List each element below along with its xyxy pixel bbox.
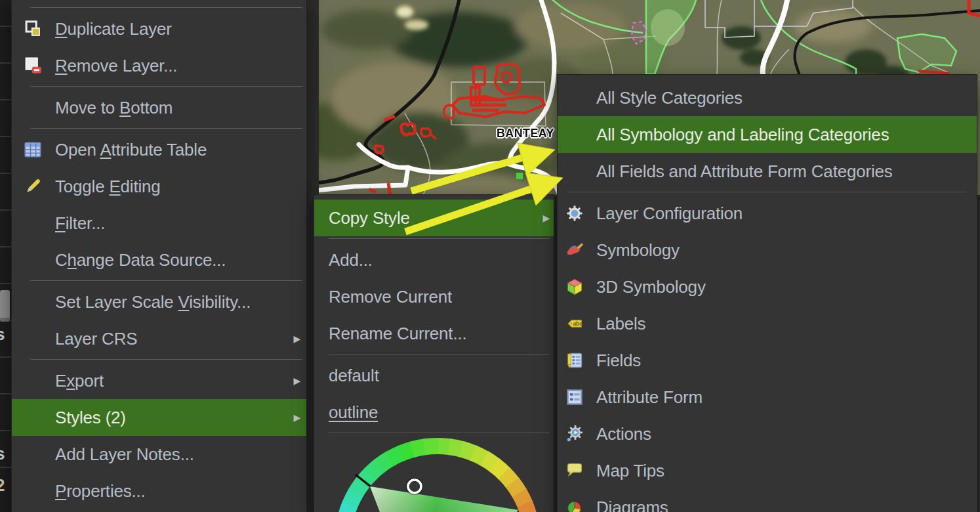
menu-item-label: outline [329, 402, 378, 423]
menu-separator [30, 359, 302, 360]
menu-item-label: Remove Layer... [55, 56, 177, 76]
no-icon [23, 408, 43, 427]
green-marker [516, 173, 523, 179]
style-categories-submenu: All Style CategoriesAll Symbology and La… [557, 74, 977, 512]
menu-item-label: Styles (2) [55, 408, 126, 428]
no-icon [565, 125, 584, 144]
menu-item-label: All Style Categories [596, 88, 743, 108]
no-icon [23, 250, 43, 270]
menu-item-copy-style[interactable]: Copy Style▶ [314, 200, 554, 236]
no-icon [565, 161, 584, 181]
menu-item-outline[interactable]: outline [314, 394, 554, 431]
menu-item-attribute-form[interactable]: Attribute Form [558, 379, 977, 416]
duplicate-layer-icon [23, 19, 43, 39]
menu-item-label: Add Layer Notes... [55, 444, 194, 465]
menu-item-add[interactable]: Add... [314, 242, 554, 278]
layers-panel-fragment: s s 2 [0, 0, 11, 512]
menu-item-label: Remove Current [329, 287, 452, 307]
menu-item-label: Map Tips [596, 461, 664, 481]
map-tips-icon [565, 461, 584, 480]
menu-item-move-to-bottom[interactable]: Move to Bottom [12, 89, 306, 126]
menu-item-label: Add... [329, 250, 373, 270]
menu-item-label: Change Data Source... [55, 250, 226, 270]
labels-icon: abc [565, 314, 584, 333]
fields-icon [565, 351, 584, 370]
menu-item-label: All Fields and Attribute Form Categories [596, 161, 893, 182]
menu-item-symbology[interactable]: Symbology [558, 232, 977, 268]
panel-text-fragment: s [0, 444, 5, 464]
menu-item-map-tips[interactable]: Map Tips [558, 452, 977, 489]
menu-item-label: Filter... [55, 213, 105, 234]
menu-item-label: Set Layer Scale Visibility... [55, 292, 251, 312]
no-icon [23, 329, 43, 349]
menu-item-label: Duplicate Layer [55, 19, 172, 39]
menu-item-properties[interactable]: Properties... [12, 473, 306, 509]
menu-separator [30, 128, 302, 129]
menu-item-diagrams[interactable]: Diagrams [558, 489, 977, 512]
attribute-form-icon [565, 387, 584, 407]
diagrams-icon [565, 498, 584, 512]
menu-item-labels[interactable]: abcLabels [558, 305, 977, 342]
menu-separator [329, 354, 550, 354]
menu-item-remove-layer[interactable]: Remove Layer... [12, 47, 306, 84]
menu-item-label: Symbology [596, 240, 680, 261]
layer-configuration-icon [565, 203, 584, 223]
menu-item-all-symbology-and-labeling-categories[interactable]: All Symbology and Labeling Categories [558, 116, 977, 153]
menu-item-label: Rename Current... [329, 324, 466, 344]
menu-item-layer-configuration[interactable]: Layer Configuration [558, 195, 977, 232]
menu-item-default[interactable]: default [314, 357, 554, 394]
menu-item-label: Toggle Editing [55, 177, 161, 197]
menu-item-styles-2[interactable]: Styles (2)▶ [12, 399, 306, 436]
menu-separator [30, 280, 302, 281]
menu-item-set-layer-scale-visibility[interactable]: Set Layer Scale Visibility... [12, 284, 306, 320]
toggle-editing-icon [23, 177, 43, 196]
menu-item-open-attribute-table[interactable]: Open Attribute Table [12, 131, 306, 168]
menu-item-change-data-source[interactable]: Change Data Source... [12, 242, 306, 278]
no-icon [23, 98, 43, 117]
no-icon [23, 213, 43, 233]
menu-item-label: Export [55, 371, 104, 391]
submenu-arrow-icon: ▶ [293, 412, 300, 423]
menu-item-label: Properties... [55, 481, 146, 501]
styles-submenu: Copy Style▶Add...Remove CurrentRename Cu… [314, 194, 554, 512]
3d-symbology-icon [565, 277, 584, 297]
menu-item-duplicate-layer[interactable]: Duplicate Layer [12, 11, 306, 47]
menu-item-label: Layer CRS [55, 329, 137, 349]
menu-item-filter[interactable]: Filter... [12, 205, 306, 242]
menu-item-add-layer-notes[interactable]: Add Layer Notes... [12, 436, 306, 473]
menu-separator [30, 7, 302, 8]
menu-item-all-fields-and-attribute-form-categories[interactable]: All Fields and Attribute Form Categories [558, 153, 977, 190]
menu-item-all-style-categories[interactable]: All Style Categories [558, 79, 977, 116]
no-icon [23, 371, 43, 391]
layer-context-menu: Duplicate LayerRemove Layer...Move to Bo… [11, 0, 307, 512]
panel-text-fragment: s [0, 324, 5, 345]
submenu-arrow-icon: ▶ [542, 213, 550, 223]
map-place-label: BANTEAY [497, 126, 554, 140]
no-icon [23, 444, 43, 464]
qgis-window: s s 2 [0, 0, 980, 512]
panel-text-fragment: 2 [0, 475, 5, 496]
menu-item-label: Copy Style [329, 208, 410, 228]
menu-item-label: All Symbology and Labeling Categories [596, 125, 889, 145]
menu-item-label: Open Attribute Table [55, 140, 207, 160]
menu-item-fields[interactable]: Fields [558, 342, 977, 379]
actions-icon [565, 424, 584, 444]
menu-item-label: Actions [596, 424, 651, 444]
menu-item-rename-current[interactable]: Rename Current... [314, 315, 554, 352]
menu-separator [30, 86, 302, 87]
symbology-icon [565, 240, 584, 260]
menu-item-label: Fields [596, 351, 641, 371]
menu-item-toggle-editing[interactable]: Toggle Editing [12, 168, 306, 205]
menu-item-actions[interactable]: Actions [558, 416, 977, 452]
menu-item-export[interactable]: Export▶ [12, 362, 306, 399]
menu-item-3d-symbology[interactable]: 3D Symbology [558, 268, 977, 305]
menu-separator [329, 433, 550, 433]
no-icon [23, 292, 43, 312]
menu-item-layer-crs[interactable]: Layer CRS▶ [12, 320, 306, 357]
menu-item-remove-current[interactable]: Remove Current [314, 278, 554, 315]
menu-item-label: Move to Bottom [55, 98, 173, 118]
remove-layer-icon [23, 56, 43, 75]
svg-text:abc: abc [573, 320, 582, 327]
submenu-arrow-icon: ▶ [293, 333, 300, 344]
menu-item-label: Attribute Form [596, 387, 703, 408]
